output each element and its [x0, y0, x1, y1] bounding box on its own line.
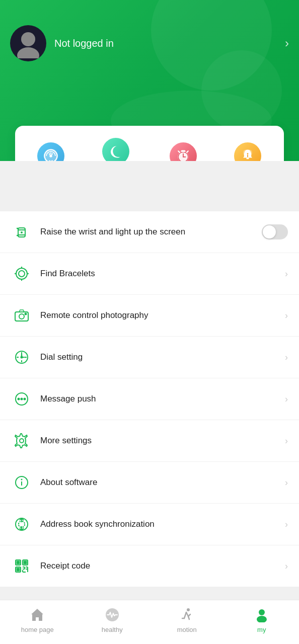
toggle-switch-raise-wrist[interactable]: [262, 224, 288, 239]
svg-point-24: [19, 271, 25, 277]
message-push-action: ›: [285, 394, 288, 405]
raise-wrist-label: Raise the wrist and light up the screen: [40, 227, 262, 237]
svg-rect-13: [181, 150, 186, 152]
svg-point-15: [247, 153, 249, 154]
quick-actions-card: Add device Do not disturb mode: [15, 126, 284, 161]
address-book-label: Address book synchronization: [40, 519, 285, 529]
svg-point-43: [24, 398, 26, 400]
receipt-code-chevron-icon: ›: [285, 561, 288, 572]
svg-point-39: [21, 357, 23, 358]
remote-photography-icon: [11, 305, 32, 326]
more-settings-action: ›: [285, 436, 288, 446]
raise-wrist-toggle[interactable]: [262, 224, 288, 239]
remote-photography-label: Remote control photography: [40, 310, 285, 320]
dial-setting-chevron-icon: ›: [285, 352, 288, 363]
find-bracelets-chevron-icon: ›: [285, 269, 288, 279]
about-software-action: ›: [285, 477, 288, 488]
receipt-code-action: ›: [285, 561, 288, 572]
more-settings-chevron-icon: ›: [285, 436, 288, 446]
dial-setting-action: ›: [285, 352, 288, 363]
quick-action-health-alert[interactable]: Health alert: [231, 142, 264, 161]
svg-point-70: [187, 608, 190, 611]
address-book-icon: [11, 514, 32, 535]
tab-bar: home page healthy motion: [0, 600, 299, 644]
find-bracelets-action: ›: [285, 269, 288, 279]
receipt-code-icon: [11, 555, 32, 577]
motion-icon: [178, 606, 196, 624]
home-page-icon: [28, 606, 46, 624]
about-software-icon: [11, 472, 32, 493]
svg-point-3: [49, 154, 52, 157]
about-software-chevron-icon: ›: [285, 477, 288, 488]
address-book-action: ›: [285, 519, 288, 530]
svg-point-22: [21, 231, 23, 233]
dial-setting-label: Dial setting: [40, 352, 285, 362]
tab-healthy[interactable]: healthy: [75, 606, 150, 633]
healthy-icon: [103, 606, 121, 624]
remote-photography-action: ›: [285, 310, 288, 321]
alarm-icon: [170, 142, 197, 161]
svg-point-71: [259, 609, 265, 615]
tab-home-page[interactable]: home page: [0, 606, 75, 633]
settings-item-receipt-code[interactable]: Receipt code ›: [0, 545, 299, 587]
main-content: Raise the wrist and light up the screen …: [0, 211, 299, 632]
healthy-tab-label: healthy: [102, 626, 123, 633]
svg-line-12: [187, 151, 188, 152]
svg-point-42: [21, 398, 23, 400]
settings-item-raise-wrist[interactable]: Raise the wrist and light up the screen: [0, 211, 299, 253]
settings-item-about[interactable]: About software ›: [0, 462, 299, 504]
settings-item-more-settings[interactable]: More settings ›: [0, 420, 299, 462]
settings-item-dial[interactable]: Dial setting ›: [0, 337, 299, 378]
header: Not logged in › Add device: [0, 0, 299, 161]
about-software-label: About software: [40, 477, 285, 488]
tab-my[interactable]: my: [225, 606, 300, 633]
more-settings-label: More settings: [40, 436, 285, 446]
settings-item-address-book[interactable]: Address book synchronization ›: [0, 504, 299, 545]
svg-point-41: [18, 398, 20, 400]
svg-point-72: [257, 616, 267, 622]
settings-list: Raise the wrist and light up the screen …: [0, 211, 299, 587]
svg-point-44: [20, 439, 24, 443]
motion-tab-label: motion: [177, 626, 197, 633]
remote-photography-chevron-icon: ›: [285, 310, 288, 321]
header-chevron-icon[interactable]: ›: [285, 36, 289, 50]
svg-point-47: [21, 479, 23, 480]
quick-action-do-not-disturb[interactable]: Do not disturb mode: [96, 138, 136, 161]
svg-point-30: [19, 314, 24, 319]
address-book-chevron-icon: ›: [285, 519, 288, 530]
message-push-chevron-icon: ›: [285, 394, 288, 405]
svg-rect-58: [17, 561, 20, 564]
raise-wrist-icon: [11, 221, 32, 243]
quick-action-alarm[interactable]: Alarm setting: [164, 142, 202, 161]
tab-motion[interactable]: motion: [150, 606, 225, 633]
message-push-icon: [11, 388, 32, 410]
add-device-icon: [37, 142, 64, 161]
settings-item-remote-photography[interactable]: Remote control photography ›: [0, 295, 299, 337]
svg-rect-60: [17, 569, 20, 571]
home-page-tab-label: home page: [21, 626, 54, 633]
settings-item-find-bracelets[interactable]: Find Bracelets ›: [0, 253, 299, 295]
svg-point-31: [25, 313, 27, 315]
do-not-disturb-icon: [102, 138, 129, 161]
svg-line-11: [179, 151, 180, 152]
find-bracelets-label: Find Bracelets: [40, 269, 285, 279]
svg-point-23: [16, 268, 27, 279]
find-bracelets-icon: [11, 263, 32, 284]
message-push-label: Message push: [40, 394, 285, 404]
dial-setting-icon: [11, 347, 32, 368]
settings-item-message-push[interactable]: Message push ›: [0, 378, 299, 420]
my-icon: [253, 606, 271, 624]
svg-rect-59: [24, 561, 27, 564]
more-settings-icon: [11, 430, 32, 451]
my-tab-label: my: [257, 626, 266, 633]
receipt-code-label: Receipt code: [40, 561, 285, 571]
svg-rect-14: [247, 157, 249, 159]
health-alert-icon: [234, 142, 261, 161]
quick-action-add-device[interactable]: Add device: [34, 142, 66, 161]
